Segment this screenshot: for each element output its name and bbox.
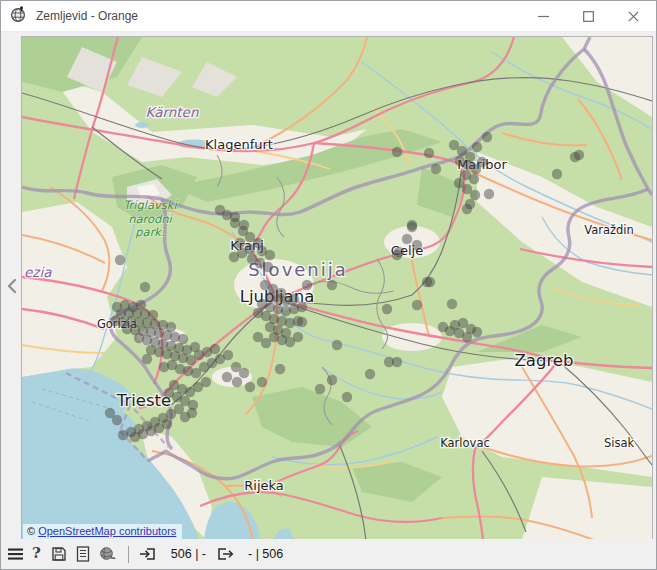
- data-point[interactable]: [263, 262, 273, 272]
- data-point[interactable]: [289, 294, 299, 304]
- data-point[interactable]: [570, 152, 580, 162]
- data-point[interactable]: [477, 157, 487, 167]
- save-icon: [51, 546, 67, 562]
- data-point[interactable]: [265, 250, 275, 260]
- data-point[interactable]: [239, 368, 249, 378]
- data-point[interactable]: [327, 280, 337, 290]
- data-point[interactable]: [302, 280, 312, 290]
- map-view[interactable]: KärnteneziaKlagenfurtTriglavskinarodnipa…: [21, 36, 653, 541]
- map-attribution: © OpenStreetMap contributors: [23, 524, 182, 539]
- minimize-button[interactable]: [521, 1, 566, 31]
- data-point[interactable]: [215, 205, 225, 215]
- data-point[interactable]: [392, 147, 402, 157]
- data-point[interactable]: [470, 190, 480, 200]
- report-button[interactable]: [76, 546, 90, 562]
- help-button[interactable]: ?: [32, 544, 41, 562]
- data-point[interactable]: [140, 282, 150, 292]
- hamburger-icon: [8, 547, 23, 561]
- menu-button[interactable]: [8, 547, 23, 561]
- data-point[interactable]: [462, 332, 472, 342]
- data-point[interactable]: [392, 357, 402, 367]
- data-point[interactable]: [201, 377, 211, 387]
- window-title: Zemljevid - Orange: [36, 9, 521, 23]
- titlebar[interactable]: Zemljevid - Orange: [1, 1, 656, 32]
- visual-settings-button[interactable]: [99, 546, 116, 562]
- data-point[interactable]: [472, 327, 482, 337]
- statusbar-separator: [128, 546, 129, 563]
- data-point[interactable]: [327, 375, 337, 385]
- data-point[interactable]: [412, 240, 422, 250]
- data-point[interactable]: [425, 277, 435, 287]
- data-point[interactable]: [297, 302, 307, 312]
- data-point[interactable]: [407, 222, 417, 232]
- data-point[interactable]: [245, 382, 255, 392]
- data-point[interactable]: [253, 332, 263, 342]
- geomap-widget-icon: [10, 6, 27, 27]
- data-point[interactable]: [162, 419, 172, 429]
- splitter-collapse-handle[interactable]: [4, 275, 20, 297]
- data-point[interactable]: [484, 189, 494, 199]
- close-icon: [628, 11, 639, 22]
- maximize-button[interactable]: [566, 1, 611, 31]
- data-point[interactable]: [447, 299, 457, 309]
- data-point[interactable]: [342, 392, 352, 402]
- data-point[interactable]: [239, 220, 249, 230]
- data-point[interactable]: [115, 255, 125, 265]
- input-summary: 506 | -: [171, 547, 206, 561]
- data-point[interactable]: [431, 164, 441, 174]
- map-label: Trieste: [116, 391, 171, 410]
- map-label: Varaždin: [584, 223, 634, 237]
- data-point[interactable]: [412, 300, 422, 310]
- close-button[interactable]: [611, 1, 656, 31]
- data-point[interactable]: [118, 430, 128, 440]
- data-point[interactable]: [465, 199, 475, 209]
- output-summary-icon: [216, 546, 234, 562]
- data-point[interactable]: [222, 372, 232, 382]
- data-point[interactable]: [178, 334, 188, 344]
- data-point[interactable]: [297, 317, 307, 327]
- data-point[interactable]: [365, 369, 375, 379]
- data-point[interactable]: [142, 354, 152, 364]
- data-point[interactable]: [230, 212, 240, 222]
- data-point[interactable]: [472, 142, 482, 152]
- data-point[interactable]: [159, 362, 169, 372]
- map-label: Kärnten: [146, 104, 199, 120]
- map-canvas[interactable]: KärnteneziaKlagenfurtTriglavskinarodnipa…: [22, 37, 652, 540]
- map-label: Triglavski: [123, 198, 178, 212]
- save-button[interactable]: [51, 546, 67, 562]
- data-point[interactable]: [332, 340, 342, 350]
- map-label: Rijeka: [244, 478, 284, 493]
- data-point[interactable]: [105, 408, 115, 418]
- data-point[interactable]: [232, 377, 242, 387]
- osm-attribution-link[interactable]: OpenStreetMap contributors: [38, 525, 176, 537]
- data-point[interactable]: [257, 377, 267, 387]
- data-point[interactable]: [402, 234, 412, 244]
- yarn-ball-icon: [99, 546, 116, 562]
- map-label: Karlovac: [440, 436, 490, 450]
- map-label: Zagreb: [515, 351, 574, 370]
- data-point[interactable]: [438, 322, 448, 332]
- maximize-icon: [583, 11, 594, 22]
- data-point[interactable]: [293, 332, 303, 342]
- data-point[interactable]: [275, 364, 285, 374]
- data-point[interactable]: [235, 238, 245, 248]
- data-point[interactable]: [229, 252, 239, 262]
- data-point[interactable]: [187, 408, 197, 418]
- output-summary: - | 506: [248, 547, 283, 561]
- app-window: Zemljevid - Orange: [0, 0, 657, 570]
- copyright-symbol: ©: [27, 525, 35, 537]
- minimize-icon: [538, 11, 549, 22]
- map-label: narodni: [128, 212, 173, 226]
- data-point[interactable]: [424, 148, 434, 158]
- map-label: ezia: [24, 264, 52, 280]
- data-point[interactable]: [223, 350, 233, 360]
- data-point[interactable]: [482, 132, 492, 142]
- data-point[interactable]: [394, 247, 404, 257]
- data-point[interactable]: [469, 174, 479, 184]
- data-point[interactable]: [382, 304, 392, 314]
- data-point[interactable]: [210, 344, 220, 354]
- statusbar: ?: [1, 539, 656, 569]
- chevron-left-icon: [6, 277, 18, 295]
- data-point[interactable]: [315, 384, 325, 394]
- data-point[interactable]: [552, 169, 562, 179]
